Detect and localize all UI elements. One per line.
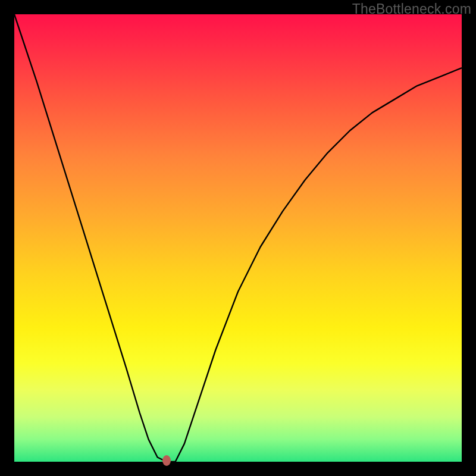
plot-area — [14, 14, 462, 462]
minimum-marker — [162, 455, 171, 466]
watermark-text: TheBottleneck.com — [352, 1, 471, 17]
curve-path — [14, 14, 462, 462]
chart-frame: TheBottleneck.com — [0, 0, 476, 476]
bottleneck-curve — [14, 14, 462, 462]
